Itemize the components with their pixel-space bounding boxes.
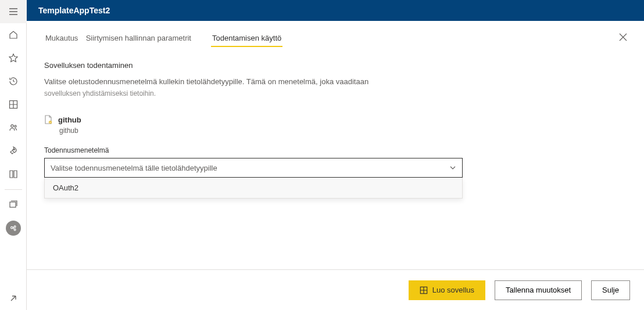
nav-recent[interactable] (0, 70, 27, 93)
workspace-badge-icon (6, 221, 21, 236)
tab-authentication[interactable]: Todentamisen käyttö (211, 30, 282, 47)
app-title: TemplateAppTest2 (38, 6, 110, 15)
close-button[interactable] (616, 30, 630, 44)
star-icon (9, 53, 18, 63)
clock-icon (9, 77, 18, 86)
svg-point-3 (13, 149, 15, 150)
nav-home[interactable] (0, 23, 27, 46)
stack-icon (9, 200, 18, 210)
nav-workspaces[interactable] (0, 193, 27, 217)
nav-learn[interactable] (0, 163, 27, 186)
svg-rect-4 (10, 202, 16, 207)
nav-shared[interactable] (0, 116, 27, 139)
save-changes-button[interactable]: Tallenna muutokset (495, 280, 582, 300)
app-header: TemplateAppTest2 (27, 0, 644, 21)
select-placeholder: Valitse todennusmenetelmä tälle tietoläh… (51, 164, 217, 172)
nav-rail (0, 0, 27, 310)
section-title: Sovelluksen todentaminen (44, 61, 627, 70)
tab-customize[interactable]: Mukautus Siirtymisen hallinnan parametri… (44, 30, 192, 47)
create-app-icon (420, 286, 428, 294)
nav-external[interactable] (0, 287, 27, 310)
datasource-sub: github (59, 127, 627, 135)
people-icon (9, 123, 18, 132)
close-icon (619, 33, 627, 41)
svg-point-1 (10, 125, 13, 127)
hamburger-icon (9, 7, 18, 16)
dialog-footer: Luo sovellus Tallenna muutokset Sulje (27, 269, 644, 310)
section-desc-line2: sovelluksen yhdistämiseksi tietoihin. (44, 89, 627, 98)
nav-apps[interactable] (0, 93, 27, 116)
datasource-icon (44, 115, 52, 124)
rocket-icon (9, 146, 18, 156)
close-dialog-button[interactable]: Sulje (591, 280, 630, 300)
svg-point-2 (14, 125, 16, 127)
nav-divider (5, 189, 22, 190)
auth-method-label: Todennusmenetelmä (44, 146, 627, 154)
home-icon (9, 30, 18, 39)
book-icon (9, 170, 18, 179)
nav-favorites[interactable] (0, 46, 27, 70)
chevron-down-icon (449, 164, 456, 171)
section-desc-line1: Valitse oletustodennusmenetelmä kullekin… (44, 77, 627, 87)
nav-deployment[interactable] (0, 139, 27, 163)
apps-icon (9, 100, 18, 109)
svg-point-5 (10, 226, 13, 229)
create-app-button[interactable]: Luo sovellus (409, 280, 485, 300)
tabs-bar: Mukautus Siirtymisen hallinnan parametri… (27, 21, 644, 47)
auth-method-dropdown: OAuth2 (44, 178, 463, 199)
auth-option-oauth2[interactable]: OAuth2 (45, 178, 462, 198)
nav-workspace-badge[interactable] (0, 217, 27, 240)
datasource-name: github (58, 116, 81, 124)
nav-hamburger[interactable] (0, 0, 27, 23)
external-icon (9, 294, 18, 303)
auth-method-select[interactable]: Valitse todennusmenetelmä tälle tietoläh… (44, 158, 463, 178)
